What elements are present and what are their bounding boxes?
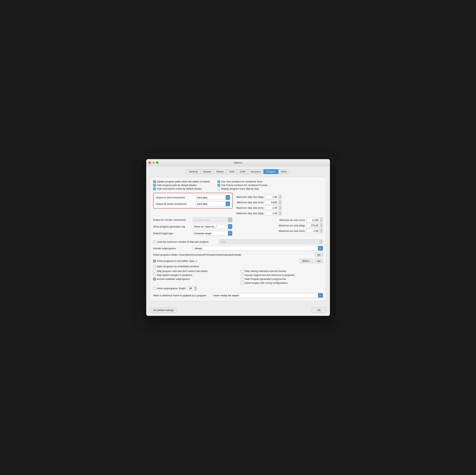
cb-import-targets[interactable]: Import targets with wrong configurations xyxy=(241,281,323,284)
max-step-mm-down[interactable]: ▼ xyxy=(279,208,282,210)
cb-display-trace-input[interactable] xyxy=(218,187,220,190)
cb-inline[interactable]: Inline subprograms. Depth: xyxy=(153,287,186,290)
include-sub-select-field[interactable]: Always Never ▾ xyxy=(193,246,323,251)
cb-import-targets-input[interactable] xyxy=(241,282,243,284)
depth-field[interactable]: ▲ ▼ xyxy=(187,286,197,290)
show-log-select[interactable]: Show on "Save As..." Always show Never s… xyxy=(193,224,228,229)
max-step-deg2-input[interactable]: ▲ ▼ xyxy=(265,211,282,216)
max-step-deg2-up[interactable]: ▲ xyxy=(279,211,282,213)
min-arc-mm-down[interactable]: ▼ xyxy=(320,220,323,222)
joint-select-arrow[interactable]: ▾ xyxy=(226,195,230,200)
max-step-mm-value[interactable] xyxy=(265,206,278,210)
cb-tool-numbers[interactable]: Use Tool numbers for numbered Tools xyxy=(218,180,268,183)
cb-skip-calls-input[interactable] xyxy=(153,270,156,273)
circular-select[interactable]: Cartesian data xyxy=(193,218,228,222)
ok-button[interactable]: OK xyxy=(312,307,326,313)
joint-select[interactable]: Joint data Cartesian data xyxy=(196,195,226,200)
linear-select-field[interactable]: Joint data Cartesian data ▾ xyxy=(196,201,230,206)
cb-impose-tool[interactable]: Impose original tool and reference in pr… xyxy=(241,274,323,276)
show-log-select-arrow[interactable]: ▾ xyxy=(228,224,232,229)
cb-hide-instructions[interactable]: Hide instructions nodes by default (fast… xyxy=(153,187,210,190)
cb-hide-progress-input[interactable] xyxy=(241,278,243,280)
default-target-select-arrow[interactable]: ▾ xyxy=(228,231,232,236)
cb-hide-path-input[interactable] xyxy=(153,184,156,186)
cb-tool-numbers-input[interactable] xyxy=(218,180,220,183)
tab-motion[interactable]: Motion xyxy=(214,169,227,174)
cb-display-trace[interactable]: Display program trace step by step xyxy=(218,187,268,190)
ref-frame-arrow[interactable]: ▾ xyxy=(318,293,323,298)
joint-select-field[interactable]: Joint data Cartesian data ▾ xyxy=(196,195,230,200)
max-step-deg2-down[interactable]: ▼ xyxy=(279,213,282,216)
limit-lines-value[interactable] xyxy=(219,240,320,244)
cb-impose-tool-input[interactable] xyxy=(241,274,243,276)
tab-display[interactable]: Display xyxy=(200,169,214,174)
min-step-mm-input[interactable]: ▲ ▼ xyxy=(265,200,282,204)
cb-skip-speed-input[interactable] xyxy=(153,274,156,276)
min-arc-mm-input[interactable]: ▲ ▼ xyxy=(306,218,323,222)
cb-include-avail-input[interactable] xyxy=(153,278,156,280)
max-step-deg-input[interactable]: ▲ ▼ xyxy=(265,195,282,199)
max-step-deg-up[interactable]: ▲ xyxy=(279,195,282,197)
max-step-deg2-value[interactable] xyxy=(265,211,278,215)
min-step-mm-up[interactable]: ▲ xyxy=(279,200,282,202)
max-arc-mm-down[interactable]: ▼ xyxy=(320,231,323,233)
ref-frame-select-field[interactable]: never modify the station modify the stat… xyxy=(212,293,323,298)
cb-open-embedded-input[interactable] xyxy=(153,265,156,268)
min-arc-mm-up[interactable]: ▲ xyxy=(320,218,323,220)
cb-hide-path[interactable]: Hide program path by default (faster) xyxy=(153,184,210,186)
default-target-select[interactable]: Cartesian target Joint target xyxy=(193,231,228,236)
cb-inline-input[interactable] xyxy=(153,287,156,290)
min-arc-mm-value[interactable] xyxy=(306,218,320,222)
max-arc-deg-value[interactable] xyxy=(306,223,320,227)
tab-general[interactable]: General xyxy=(186,169,200,174)
cb-open-embedded[interactable]: Open programs as embedded windows xyxy=(153,265,323,268)
tab-cad[interactable]: CAD xyxy=(226,169,237,174)
cb-skip-speed[interactable]: Skip speed changes in programs xyxy=(153,274,235,276)
set-button[interactable]: set xyxy=(315,259,323,263)
limit-lines-down[interactable]: ▼ xyxy=(320,242,323,244)
include-sub-select[interactable]: Always Never xyxy=(193,246,318,251)
max-arc-deg-up[interactable]: ▲ xyxy=(320,223,323,226)
circular-select-field[interactable]: Cartesian data ▾ xyxy=(193,217,232,222)
max-arc-deg-down[interactable]: ▼ xyxy=(320,226,323,228)
close-button[interactable] xyxy=(149,161,151,164)
max-step-deg-down[interactable]: ▼ xyxy=(279,197,282,199)
tab-cam[interactable]: CAM xyxy=(237,169,248,174)
tab-program[interactable]: Program xyxy=(263,169,278,174)
cb-limit-lines[interactable]: Limit the maximum number of lines per pr… xyxy=(153,240,217,243)
cb-filter-ref-input[interactable] xyxy=(241,270,243,273)
depth-down[interactable]: ▼ xyxy=(194,289,197,290)
set-default-button[interactable]: Set default settings xyxy=(150,307,177,313)
cb-filter-ref[interactable]: Filter setting reference and tool frames xyxy=(241,270,323,273)
cb-update-paths-input[interactable] xyxy=(153,180,156,183)
cb-hide-progress[interactable]: Hide Program generation progress bar xyxy=(241,277,323,280)
cb-show-editor-input[interactable] xyxy=(153,260,156,262)
max-step-mm-input[interactable]: ▲ ▼ xyxy=(265,205,282,210)
max-arc-mm-up[interactable]: ▲ xyxy=(320,229,323,231)
folder-set-button[interactable]: set xyxy=(315,253,323,257)
ref-frame-select[interactable]: never modify the station modify the stat… xyxy=(212,293,318,298)
max-arc-mm-value[interactable] xyxy=(306,229,320,233)
cb-frame-numbers-input[interactable] xyxy=(218,184,220,186)
cb-include-avail[interactable]: Include available subprograms xyxy=(153,277,235,280)
tab-other[interactable]: Other xyxy=(278,169,290,174)
max-step-deg-value[interactable] xyxy=(265,195,278,199)
max-arc-mm-input[interactable]: ▲ ▼ xyxy=(306,229,323,233)
min-step-mm-down[interactable]: ▼ xyxy=(279,202,282,204)
max-arc-deg-input[interactable]: ▲ ▼ xyxy=(306,223,323,228)
max-step-mm-up[interactable]: ▲ xyxy=(279,206,282,208)
limit-lines-up[interactable]: ▲ xyxy=(320,239,323,242)
include-sub-arrow[interactable]: ▾ xyxy=(318,246,323,251)
minimize-button[interactable] xyxy=(152,161,155,164)
cb-limit-lines-input[interactable] xyxy=(153,240,156,243)
cb-show-editor[interactable]: Show programs in text editor: open -t xyxy=(153,259,298,262)
cb-frame-numbers[interactable]: Use Frame numbers for numbered Frames xyxy=(218,184,268,186)
default-target-select-field[interactable]: Cartesian target Joint target ▾ xyxy=(193,231,232,236)
linear-select[interactable]: Joint data Cartesian data xyxy=(196,201,226,206)
limit-lines-input[interactable]: ▲ ▼ xyxy=(219,239,323,244)
select-button[interactable]: Select... xyxy=(300,259,313,263)
linear-select-arrow[interactable]: ▾ xyxy=(226,201,230,206)
depth-up[interactable]: ▲ xyxy=(194,286,197,289)
cb-skip-calls[interactable]: Skip program calls that don't exist in t… xyxy=(153,270,235,273)
tab-accuracy[interactable]: Accuracy xyxy=(248,169,263,174)
